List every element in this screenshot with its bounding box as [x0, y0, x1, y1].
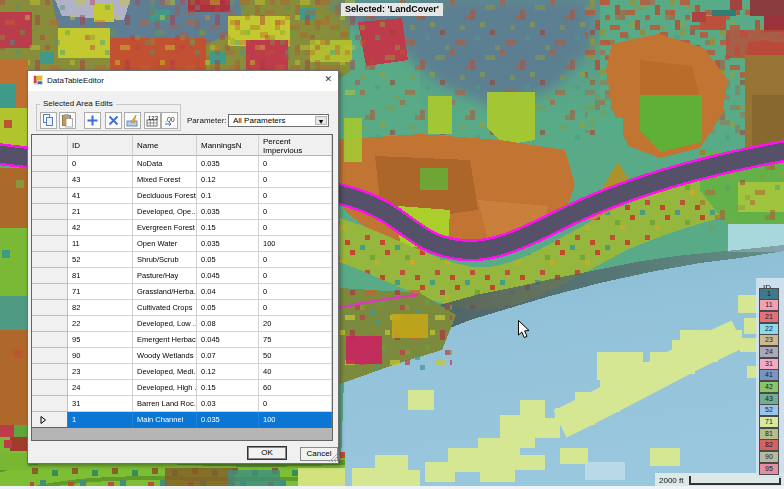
svg-text:123: 123: [148, 115, 159, 121]
svg-text:.00: .00: [165, 116, 175, 123]
svg-text:2000 ft: 2000 ft: [659, 476, 684, 485]
